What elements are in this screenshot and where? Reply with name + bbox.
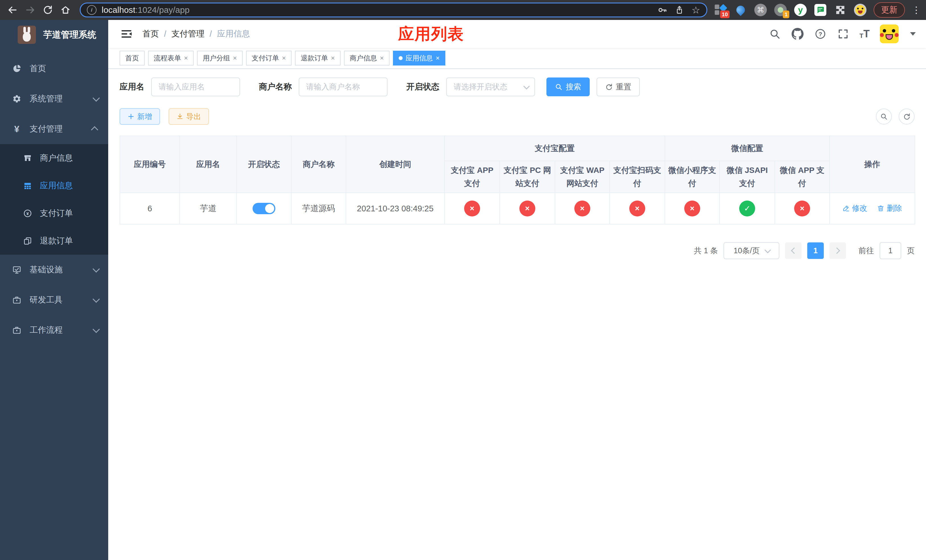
browser-profile-avatar[interactable]: [854, 3, 867, 17]
tab-app-info[interactable]: 应用信息×: [393, 51, 445, 65]
tab-label: 流程表单: [154, 53, 181, 63]
add-button[interactable]: 新增: [120, 108, 160, 125]
chevron-down-icon: [92, 295, 100, 303]
help-button[interactable]: ?: [814, 28, 827, 40]
show-search-toggle-button[interactable]: [876, 109, 892, 124]
page-annotation: 应用列表: [398, 23, 464, 45]
tab-close-icon[interactable]: ×: [436, 55, 440, 62]
page-size-select[interactable]: 10条/页: [723, 242, 779, 259]
app-name-input[interactable]: [151, 77, 240, 96]
browser-reload-button[interactable]: [41, 3, 55, 17]
prev-page-button[interactable]: [785, 242, 802, 259]
extension-y-icon[interactable]: y: [794, 3, 807, 17]
app-name-label: 应用名: [120, 81, 144, 92]
avatar-caret-icon[interactable]: [910, 32, 916, 36]
select-placeholder: 请选择开启状态: [454, 82, 507, 92]
tab-close-icon[interactable]: ×: [184, 55, 188, 62]
cell-alipay-app-status: ×: [445, 193, 500, 224]
reset-button[interactable]: 重置: [596, 77, 640, 96]
font-size-button[interactable]: TT: [859, 29, 870, 39]
enabled-switch[interactable]: [253, 203, 275, 214]
user-avatar[interactable]: [880, 24, 899, 43]
page-content: 应用名 商户名称 开启状态 请选择开启状态 搜索: [108, 69, 926, 259]
col-wechat-lite: 微信小程序支付: [665, 161, 720, 193]
ring-inner-icon: [778, 7, 783, 13]
col-merchant-name: 商户名称: [291, 136, 346, 193]
active-tab-dot: [399, 56, 402, 60]
tab-user-group[interactable]: 用户分组×: [197, 51, 243, 65]
total-count: 共 1 条: [694, 245, 718, 256]
browser-home-button[interactable]: [58, 3, 73, 17]
chevron-down-icon: [92, 325, 100, 333]
extension-recorder-icon[interactable]: 1: [774, 3, 787, 17]
goto-page-input[interactable]: [879, 242, 901, 259]
tab-close-icon[interactable]: ×: [233, 55, 237, 62]
sidebar-item-devtools[interactable]: 研发工具: [0, 285, 108, 315]
chevron-down-icon: [92, 94, 100, 101]
share-icon[interactable]: [675, 5, 684, 15]
sidebar-item-system[interactable]: 系统管理: [0, 84, 108, 114]
extension-balloon-icon[interactable]: [734, 3, 747, 17]
tab-process-form[interactable]: 流程表单×: [148, 51, 194, 65]
bookmark-star-icon[interactable]: ☆: [691, 5, 700, 15]
tab-close-icon[interactable]: ×: [380, 55, 384, 62]
header-search-button[interactable]: [769, 28, 781, 40]
github-button[interactable]: [791, 28, 804, 40]
current-page-button[interactable]: 1: [807, 242, 824, 259]
navbar-actions: ? TT: [769, 24, 916, 43]
grid-icon: [23, 181, 32, 191]
chrome-update-button[interactable]: 更新: [874, 2, 905, 18]
tab-home[interactable]: 首页: [120, 51, 145, 65]
browser-forward-button[interactable]: [23, 3, 38, 17]
delete-link[interactable]: 删除: [877, 203, 902, 213]
command-icon: ⌘: [754, 4, 767, 16]
extension-chat-icon[interactable]: [814, 3, 827, 17]
pencil-icon: [842, 204, 850, 212]
avatar-cheek: [880, 33, 884, 37]
site-info-icon[interactable]: i: [87, 5, 97, 15]
next-page-button[interactable]: [829, 242, 846, 259]
sidebar-item-workflow[interactable]: 工作流程: [0, 315, 108, 345]
address-bar[interactable]: i localhost:1024/pay/app ☆: [80, 3, 707, 17]
sidebar-item-pay-order[interactable]: ¥ 支付订单: [0, 200, 108, 227]
hamburger-icon: [121, 28, 132, 40]
sidebar-item-payment[interactable]: ¥ 支付管理: [0, 114, 108, 144]
navbar: 首页 / 支付管理 / 应用信息 ?: [108, 20, 926, 48]
sidebar-item-label: 系统管理: [30, 93, 93, 104]
tab-refund-order[interactable]: 退款订单×: [295, 51, 340, 65]
extension-sketch-icon[interactable]: 10: [714, 3, 727, 17]
github-icon: [791, 28, 803, 40]
search-button[interactable]: 搜索: [546, 77, 590, 96]
sidebar-item-merchant-info[interactable]: 商户信息: [0, 144, 108, 172]
export-button[interactable]: 导出: [169, 108, 209, 125]
breadcrumb-payment[interactable]: 支付管理: [171, 28, 204, 39]
open-status-select[interactable]: 请选择开启状态: [446, 77, 535, 96]
sidebar-item-home[interactable]: 首页: [0, 53, 108, 84]
url-text: localhost:1024/pay/app: [101, 5, 650, 15]
tab-merchant-info[interactable]: 商户信息×: [344, 51, 390, 65]
merchant-name-input[interactable]: [299, 77, 387, 96]
tab-label: 应用信息: [406, 53, 433, 63]
tab-close-icon[interactable]: ×: [331, 55, 335, 62]
extension-command-icon[interactable]: ⌘: [754, 3, 767, 17]
fullscreen-icon: [837, 28, 849, 39]
refresh-table-button[interactable]: [899, 109, 915, 124]
browser-menu-icon[interactable]: ⋮: [912, 5, 919, 15]
password-key-icon[interactable]: [658, 5, 667, 15]
edit-link[interactable]: 修改: [842, 203, 867, 213]
extension-badge: 1: [783, 11, 789, 18]
browser-back-button[interactable]: [5, 3, 20, 17]
fullscreen-button[interactable]: [837, 28, 849, 40]
browser-toolbar: i localhost:1024/pay/app ☆ 10 ⌘ 1: [0, 0, 926, 20]
balloon-icon: [735, 4, 747, 16]
sidebar-item-infra[interactable]: 基础设施: [0, 255, 108, 285]
sidebar-logo[interactable]: 芋道管理系统: [0, 20, 108, 50]
sidebar-item-app-info[interactable]: 应用信息: [0, 172, 108, 200]
tab-label: 用户分组: [203, 53, 230, 63]
extensions-puzzle-icon[interactable]: [834, 3, 847, 17]
tab-pay-order[interactable]: 支付订单×: [246, 51, 292, 65]
sidebar-item-refund-order[interactable]: 退款订单: [0, 227, 108, 255]
breadcrumb-home[interactable]: 首页: [142, 28, 159, 39]
sidebar-collapse-button[interactable]: [120, 27, 133, 41]
tab-close-icon[interactable]: ×: [282, 55, 286, 62]
